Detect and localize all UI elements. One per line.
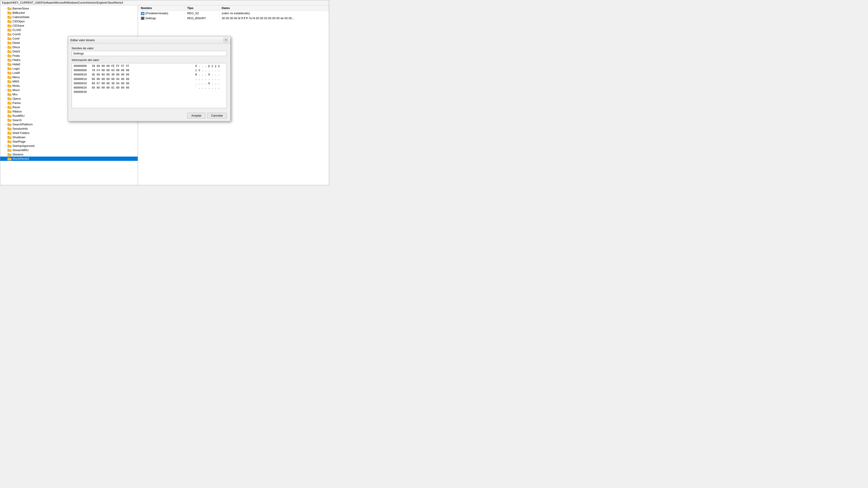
hex-ascii: . . . . 8 . . . — [195, 82, 225, 86]
field-label: Nombre de valor: — [72, 46, 227, 50]
accept-button[interactable]: Aceptar — [187, 113, 206, 119]
dialog-buttons: Aceptar Cancelar — [68, 111, 230, 121]
dialog-body: Nombre de valor: Información del valor: … — [68, 44, 230, 111]
hex-ascii: . . . . . . . . — [195, 77, 225, 82]
hex-bytes: 30 00 00 00 FE FF FF FF — [92, 64, 193, 68]
hex-row: 00000030 — [74, 90, 225, 94]
hex-row: 000000087A F4 00 00 03 00 00 00z ô . . .… — [74, 68, 225, 73]
hex-ascii: ` . . . . . . . — [195, 86, 225, 90]
hex-address: 00000000 — [74, 64, 92, 68]
hex-ascii: N . . . 0 . . . — [195, 73, 225, 77]
hex-address: 00000018 — [74, 77, 92, 82]
hex-ascii: 0 . . . þ ÿ ÿ ÿ — [195, 64, 225, 68]
hex-address: 00000030 — [74, 90, 92, 94]
hex-address: 00000020 — [74, 82, 92, 86]
hex-bytes: 80 07 00 00 38 04 00 00 — [92, 82, 193, 86]
hex-bytes: 60 00 00 00 01 00 00 00 — [92, 86, 193, 90]
hex-bytes: 7A F4 00 00 03 00 00 00 — [92, 68, 193, 73]
hex-address: 00000028 — [74, 86, 92, 90]
hex-row: 000000104E 00 00 00 30 00 00 00N . . . 0… — [74, 73, 225, 77]
dialog-title: Editar valor binario — [70, 38, 95, 42]
binary-edit-dialog: Editar valor binario ✕ Nombre de valor: … — [68, 36, 230, 121]
hex-editor[interactable]: 0000000030 00 00 00 FE FF FF FF0 . . . þ… — [72, 63, 227, 108]
hex-bytes: 00 00 00 00 08 04 00 00 — [92, 77, 193, 82]
hex-row: 0000002860 00 00 00 01 00 00 00` . . . .… — [74, 86, 225, 90]
dialog-close-button[interactable]: ✕ — [223, 38, 228, 42]
hex-bytes: 4E 00 00 00 30 00 00 00 — [92, 73, 193, 77]
hex-address: 00000010 — [74, 73, 92, 77]
hex-ascii: z ô . . . . . . — [195, 68, 225, 73]
info-label: Información del valor: — [72, 58, 227, 62]
dialog-titlebar: Editar valor binario ✕ — [68, 36, 230, 44]
value-name-input[interactable] — [72, 51, 227, 56]
modal-backdrop: Editar valor binario ✕ Nombre de valor: … — [0, 0, 329, 185]
hex-row: 0000001800 00 00 00 08 04 00 00. . . . .… — [74, 77, 225, 82]
hex-row: 0000002080 07 00 00 38 04 00 00. . . . 8… — [74, 82, 225, 86]
hex-bytes — [92, 90, 225, 94]
cancel-button[interactable]: Cancelar — [207, 113, 227, 119]
hex-row: 0000000030 00 00 00 FE FF FF FF0 . . . þ… — [74, 64, 225, 68]
hex-address: 00000008 — [74, 68, 92, 73]
